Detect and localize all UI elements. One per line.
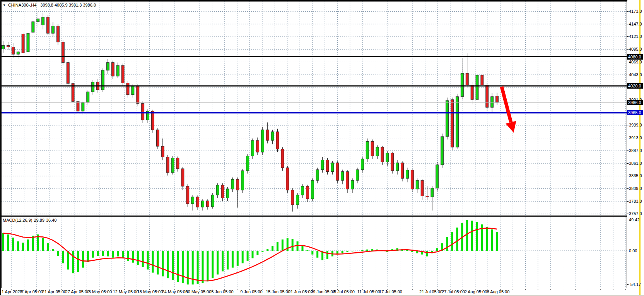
candle-body-bear xyxy=(326,160,329,171)
candle-body-bull xyxy=(301,186,304,195)
macd-histogram-bar xyxy=(52,249,54,251)
time-label: 11 Jul 05:00 xyxy=(357,289,380,294)
price-tick-label: 3835.0 xyxy=(629,173,642,178)
candle xyxy=(496,93,499,105)
candle-body-bear xyxy=(291,190,294,205)
time-label: 24 May 05:00 xyxy=(162,289,188,294)
macd-histogram-bar xyxy=(411,251,413,252)
candle-body-bull xyxy=(92,82,94,92)
candle xyxy=(286,166,289,193)
macd-histogram-bar xyxy=(157,251,159,274)
macd-histogram-bar xyxy=(466,220,468,251)
trend-arrow-shaft[interactable] xyxy=(502,87,511,122)
macd-histogram-bar xyxy=(352,251,354,252)
candle xyxy=(206,199,209,209)
candle xyxy=(346,170,349,193)
macd-histogram-bar xyxy=(212,251,214,278)
candle-body-bull xyxy=(216,185,219,195)
macd-histogram-bar xyxy=(436,248,438,251)
candle-body-bull xyxy=(241,171,244,190)
candle-body-bear xyxy=(176,158,179,169)
candle xyxy=(111,61,114,79)
candle-body-bear xyxy=(22,34,24,53)
candle-body-bear xyxy=(121,65,124,83)
macd-scale-label: 0.00 xyxy=(629,248,637,253)
candle-body-bull xyxy=(416,180,419,189)
candle xyxy=(231,178,234,192)
candle xyxy=(171,156,174,175)
symbol-period-label: CHINA300-,H4 xyxy=(8,3,36,7)
candle-body-bear xyxy=(411,170,413,189)
candle xyxy=(436,162,439,191)
price-tick-mark xyxy=(627,125,629,125)
candle xyxy=(271,130,274,144)
macd-scale-label: -54.17 xyxy=(629,282,641,287)
candle-body-bull xyxy=(52,26,55,33)
candle-body-bear xyxy=(56,26,59,42)
candle xyxy=(351,178,354,193)
candle xyxy=(221,183,224,201)
candle xyxy=(291,188,294,211)
candle xyxy=(396,160,399,175)
price-tick-mark xyxy=(627,62,629,62)
candle-body-bear xyxy=(286,168,289,190)
candle xyxy=(166,155,169,176)
price-tick-mark xyxy=(627,24,629,24)
candle-body-bull xyxy=(331,163,334,172)
macd-histogram-bar xyxy=(137,251,139,265)
price-badge: 4020.0 xyxy=(627,83,643,89)
candle-body-bull xyxy=(396,163,399,171)
time-label: 2 Aug 05:00 xyxy=(465,289,487,294)
candle-body-bear xyxy=(266,130,269,140)
candle xyxy=(47,15,50,35)
candle-body-bull xyxy=(386,153,389,162)
candle xyxy=(381,146,384,165)
candle-body-bull xyxy=(261,130,264,152)
candle xyxy=(371,139,374,159)
candle-body-bear xyxy=(156,130,159,146)
candle-body-bear xyxy=(306,186,309,199)
macd-histogram-bar xyxy=(197,251,199,284)
trend-arrow-head[interactable] xyxy=(506,121,516,133)
time-label: 15 Jun 05:00 xyxy=(266,289,290,294)
macd-histogram-bar xyxy=(182,251,184,283)
macd-scale-tick-mark xyxy=(627,284,629,285)
candle-body-bear xyxy=(336,163,339,180)
macd-histogram-bar xyxy=(62,251,64,263)
macd-histogram-bar xyxy=(356,251,358,251)
candle xyxy=(341,169,344,184)
macd-histogram-bar xyxy=(77,251,79,272)
macd-histogram-bar xyxy=(347,251,348,252)
right-edge-marker xyxy=(639,0,641,295)
candle xyxy=(301,184,304,198)
macd-scale-label: 49.42 xyxy=(629,217,640,222)
candle xyxy=(391,152,394,174)
candle-body-bear xyxy=(196,197,199,207)
candle xyxy=(22,32,24,54)
time-label: 8 May 05:00 xyxy=(89,289,112,294)
macd-histogram-bar xyxy=(152,251,154,273)
macd-histogram-bar xyxy=(42,238,44,251)
candle-body-bull xyxy=(17,52,19,54)
macd-histogram-bar xyxy=(227,251,229,270)
candle xyxy=(246,154,249,173)
candle xyxy=(406,168,408,182)
candle-body-bull xyxy=(446,101,449,137)
candle-body-bear xyxy=(186,186,189,204)
candle-body-bull xyxy=(32,22,34,33)
candle xyxy=(281,147,284,171)
candle xyxy=(32,18,34,35)
collapse-arrow-icon[interactable]: ▼ xyxy=(3,3,6,7)
macd-scale-tick-mark xyxy=(627,251,629,251)
macd-histogram-bar xyxy=(491,229,493,251)
macd-histogram-bar xyxy=(486,227,488,251)
candle-body-bull xyxy=(171,158,174,173)
macd-signal-value: 36.40 xyxy=(46,218,57,222)
time-label: 5 Jun 05:00 xyxy=(211,289,234,294)
trend-arrow[interactable] xyxy=(502,87,516,133)
candle xyxy=(211,193,214,209)
macd-histogram-bar xyxy=(92,251,94,258)
candle xyxy=(316,168,319,183)
candle-body-bear xyxy=(256,140,259,152)
candle-body-bull xyxy=(2,46,5,49)
